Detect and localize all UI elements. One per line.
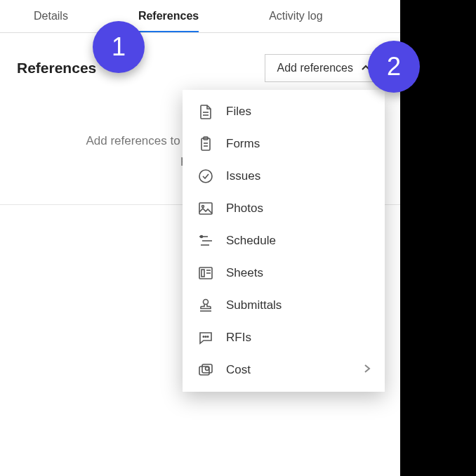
- tab-activity-log[interactable]: Activity log: [269, 0, 322, 32]
- dropdown-item-label: RFIs: [226, 331, 251, 345]
- dropdown-item-label: Files: [226, 105, 251, 119]
- svg-point-24: [206, 367, 209, 371]
- dropdown-item-files[interactable]: Files: [183, 95, 385, 128]
- svg-point-17: [204, 300, 209, 305]
- file-icon: [198, 104, 213, 119]
- tab-details[interactable]: Details: [34, 0, 68, 32]
- sheets-icon: [198, 265, 213, 281]
- image-icon: [198, 201, 213, 216]
- svg-rect-23: [202, 364, 212, 373]
- add-references-button[interactable]: Add references: [265, 54, 383, 82]
- app-panel: Details References Activity log Referenc…: [0, 0, 400, 476]
- svg-rect-7: [199, 203, 212, 214]
- dropdown-item-label: Sheets: [226, 266, 263, 280]
- cost-icon: [198, 362, 213, 378]
- chevron-right-icon: [362, 363, 372, 377]
- schedule-icon: [198, 233, 213, 249]
- dropdown-item-schedule[interactable]: Schedule: [183, 225, 385, 257]
- dropdown-item-photos[interactable]: Photos: [183, 192, 385, 225]
- dropdown-item-label: Cost: [226, 363, 251, 377]
- dropdown-item-forms[interactable]: Forms: [183, 128, 385, 160]
- check-circle-icon: [198, 168, 213, 184]
- dropdown-item-label: Issues: [226, 169, 260, 183]
- svg-point-20: [205, 336, 206, 338]
- add-references-label: Add references: [277, 62, 353, 74]
- svg-rect-14: [201, 270, 204, 277]
- dropdown-item-sheets[interactable]: Sheets: [183, 257, 385, 289]
- dropdown-item-cost[interactable]: Cost: [183, 354, 385, 386]
- add-references-dropdown: Files Forms Issues Photos Schedule: [183, 90, 385, 392]
- chat-icon: [198, 330, 213, 345]
- dropdown-item-submittals[interactable]: Submittals: [183, 289, 385, 322]
- svg-point-6: [199, 170, 212, 183]
- tab-references[interactable]: References: [138, 0, 199, 32]
- tab-bar: Details References Activity log: [0, 0, 400, 33]
- clipboard-icon: [198, 136, 213, 152]
- dropdown-item-label: Schedule: [226, 234, 276, 248]
- annotation-marker-1: 1: [93, 21, 145, 73]
- svg-point-10: [201, 236, 203, 238]
- dropdown-item-rfis[interactable]: RFIs: [183, 322, 385, 354]
- dropdown-item-label: Submittals: [226, 298, 282, 312]
- svg-point-8: [202, 206, 204, 208]
- dropdown-item-label: Photos: [226, 201, 263, 216]
- section-title: References: [17, 60, 96, 77]
- dropdown-item-issues[interactable]: Issues: [183, 160, 385, 192]
- svg-point-21: [207, 336, 209, 338]
- annotation-marker-2: 2: [368, 41, 420, 93]
- svg-point-19: [203, 336, 204, 338]
- section-header: References Add references: [0, 33, 400, 96]
- dropdown-item-label: Forms: [226, 137, 260, 151]
- stamp-icon: [198, 298, 213, 313]
